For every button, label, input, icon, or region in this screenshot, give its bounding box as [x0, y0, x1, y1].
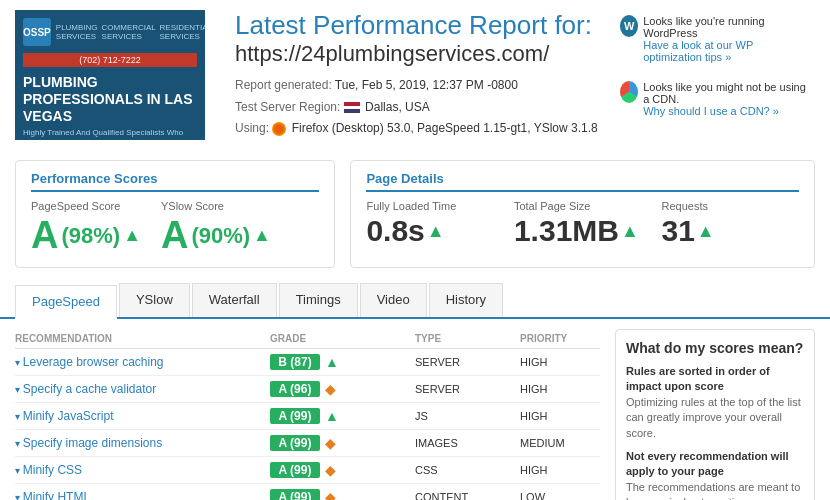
tab-yslow[interactable]: YSlow	[119, 283, 190, 317]
info-para2-strong: Not every recommendation will apply to y…	[626, 450, 789, 477]
grade-label: A (99)	[270, 462, 320, 478]
page-detail-item: Fully Loaded Time 0.8s▲	[366, 200, 504, 248]
tips-section: W Looks like you're running WordPress Ha…	[615, 10, 815, 130]
generated-value: Tue, Feb 5, 2019, 12:37 PM -0800	[335, 78, 518, 92]
page-detail-arrow-icon: ▲	[621, 221, 639, 242]
yslow-label: YSlow Score	[161, 200, 271, 212]
wp-tip-text: Looks like you're running WordPress	[643, 15, 810, 39]
logo-nav: PLUMBING SERVICES COMMERCIAL SERVICES RE…	[56, 23, 205, 41]
pagespeed-pct: (98%)	[61, 223, 120, 249]
recommendations-table: RECOMMENDATIONGRADETYPEPRIORITY Leverage…	[15, 329, 600, 500]
scores-section: Performance Scores PageSpeed Score A (98…	[0, 150, 830, 278]
logo-phone: (702) 712-7222	[23, 53, 197, 67]
tabs: PageSpeedYSlowWaterfallTimingsVideoHisto…	[15, 283, 815, 317]
yslow-value: A (90%) ▲	[161, 214, 271, 257]
logo-section: OSSP PLUMBING SERVICES COMMERCIAL SERVIC…	[15, 10, 215, 140]
info-box: What do my scores mean? Rules are sorted…	[615, 329, 815, 500]
logo-main-text: PLUMBING PROFESSIONALS IN LAS VEGAS	[23, 74, 197, 124]
firefox-icon	[272, 122, 286, 136]
page-detail-item: Total Page Size 1.31MB▲	[514, 200, 652, 248]
priority-badge: MEDIUM	[520, 437, 600, 449]
page-detail-label: Fully Loaded Time	[366, 200, 504, 212]
tabs-section: PageSpeedYSlowWaterfallTimingsVideoHisto…	[0, 278, 830, 319]
using-label: Using:	[235, 121, 269, 135]
cdn-tip-text: Looks like you might not be using a CDN.	[643, 81, 810, 105]
logo-sub-text: Highly Trained And Qualified Specialists…	[23, 128, 197, 140]
grade-label: A (99)	[270, 435, 320, 451]
tab-video[interactable]: Video	[360, 283, 427, 317]
priority-badge: HIGH	[520, 464, 600, 476]
server-value: Dallas, USA	[365, 100, 430, 114]
logo-icon: OSSP	[23, 18, 51, 46]
grade-label: B (87)	[270, 354, 320, 370]
page-details-block: Page Details Fully Loaded Time 0.8s▲ Tot…	[350, 160, 815, 268]
report-meta: Report generated: Tue, Feb 5, 2019, 12:3…	[235, 75, 615, 140]
table-header: RECOMMENDATIONGRADETYPEPRIORITY	[15, 329, 600, 349]
grade-bar: A (99) ◆	[270, 435, 410, 451]
type-badge: CONTENT	[415, 491, 515, 500]
recommendation-name[interactable]: Leverage browser caching	[15, 355, 265, 369]
type-badge: CSS	[415, 464, 515, 476]
logo-image: OSSP PLUMBING SERVICES COMMERCIAL SERVIC…	[15, 10, 205, 140]
wp-tip-link[interactable]: Have a look at our WP optimization tips …	[643, 39, 753, 63]
table-body: Leverage browser caching B (87) ▲ SERVER…	[15, 349, 600, 500]
wordpress-icon: W	[620, 15, 638, 37]
table-row: Leverage browser caching B (87) ▲ SERVER…	[15, 349, 600, 376]
tab-pagespeed[interactable]: PageSpeed	[15, 285, 117, 319]
table-row: Minify JavaScript A (99) ▲ JS HIGH	[15, 403, 600, 430]
table-row: Minify CSS A (99) ◆ CSS HIGH	[15, 457, 600, 484]
pagespeed-letter: A	[31, 214, 58, 257]
grade-bar: B (87) ▲	[270, 354, 410, 370]
cdn-tip-link[interactable]: Why should I use a CDN? »	[643, 105, 779, 117]
grade-arrow-icon: ▲	[325, 354, 339, 370]
grade-label: A (99)	[270, 489, 320, 500]
performance-scores-title: Performance Scores	[31, 171, 319, 192]
tab-timings[interactable]: Timings	[279, 283, 358, 317]
page-detail-arrow-icon: ▲	[427, 221, 445, 242]
page-details-title: Page Details	[366, 171, 799, 192]
grade-bar: A (99) ◆	[270, 489, 410, 500]
report-generated: Report generated: Tue, Feb 5, 2019, 12:3…	[235, 75, 598, 97]
tab-history[interactable]: History	[429, 283, 503, 317]
page-detail-value: 1.31MB▲	[514, 214, 652, 248]
recommendation-name[interactable]: Minify JavaScript	[15, 409, 265, 423]
page-detail-value: 31▲	[661, 214, 799, 248]
performance-scores-block: Performance Scores PageSpeed Score A (98…	[15, 160, 335, 268]
report-info: Report generated: Tue, Feb 5, 2019, 12:3…	[235, 75, 598, 140]
type-badge: IMAGES	[415, 437, 515, 449]
yslow-score: YSlow Score A (90%) ▲	[161, 200, 271, 257]
tab-waterfall[interactable]: Waterfall	[192, 283, 277, 317]
table-row: Minify HTML A (99) ◆ CONTENT LOW	[15, 484, 600, 500]
recommendation-name[interactable]: Minify CSS	[15, 463, 265, 477]
grade-bar: A (99) ▲	[270, 408, 410, 424]
recommendation-name[interactable]: Minify HTML	[15, 490, 265, 500]
grade-arrow-icon: ◆	[325, 462, 336, 478]
table-header-priority: PRIORITY	[520, 333, 600, 344]
grade-bar: A (99) ◆	[270, 462, 410, 478]
info-box-para2: Not every recommendation will apply to y…	[626, 449, 804, 500]
priority-badge: LOW	[520, 491, 600, 500]
pagespeed-label: PageSpeed Score	[31, 200, 141, 212]
page-detail-label: Total Page Size	[514, 200, 652, 212]
report-title: Latest Performance Report for:	[235, 10, 615, 41]
using-value: Firefox (Desktop) 53.0, PageSpeed 1.15-g…	[292, 121, 598, 135]
main-content: RECOMMENDATIONGRADETYPEPRIORITY Leverage…	[0, 319, 830, 500]
grade-arrow-icon: ◆	[325, 489, 336, 500]
table-header-recommendation: RECOMMENDATION	[15, 333, 265, 344]
table-header-type: TYPE	[415, 333, 515, 344]
score-items: PageSpeed Score A (98%) ▲ YSlow Score A …	[31, 200, 319, 257]
page-detail-value: 0.8s▲	[366, 214, 504, 248]
recommendation-name[interactable]: Specify a cache validator	[15, 382, 265, 396]
info-box-para1: Rules are sorted in order of impact upon…	[626, 364, 804, 441]
generated-label: Report generated:	[235, 78, 332, 92]
pagespeed-value: A (98%) ▲	[31, 214, 141, 257]
page-detail-items: Fully Loaded Time 0.8s▲ Total Page Size …	[366, 200, 799, 248]
page-detail-label: Requests	[661, 200, 799, 212]
priority-badge: HIGH	[520, 356, 600, 368]
yslow-arrow-icon: ▲	[253, 225, 271, 246]
table-header-grade: GRADE	[270, 333, 410, 344]
yslow-letter: A	[161, 214, 188, 257]
recommendation-name[interactable]: Specify image dimensions	[15, 436, 265, 450]
wp-tip: W Looks like you're running WordPress Ha…	[615, 10, 815, 68]
type-badge: SERVER	[415, 383, 515, 395]
